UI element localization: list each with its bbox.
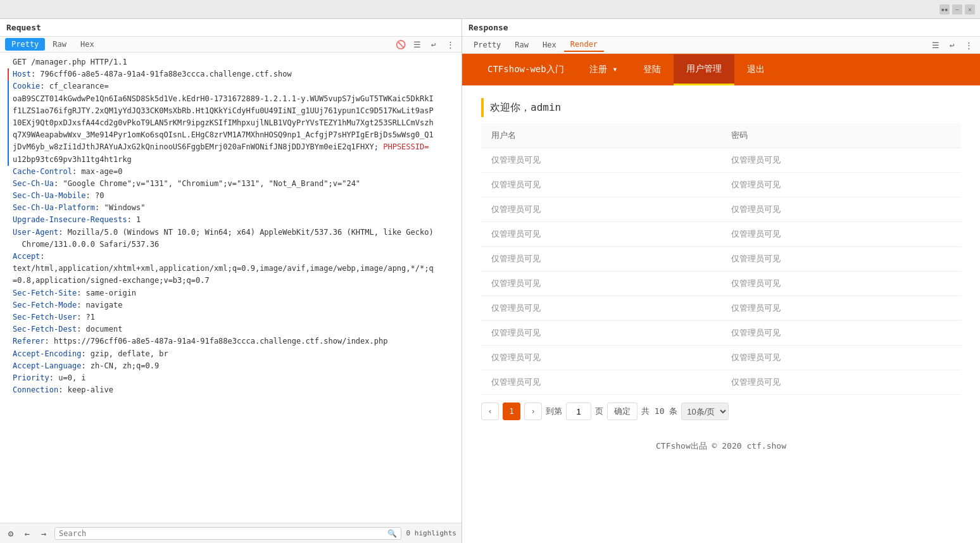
next-page-btn[interactable]: ›	[524, 403, 542, 420]
line-gutter	[5, 372, 9, 384]
cell-username: 仅管理员可见	[481, 296, 721, 321]
line-gutter	[5, 56, 9, 68]
window-close-btn[interactable]: ✕	[965, 4, 975, 15]
current-page-btn[interactable]: 1	[503, 403, 520, 420]
page-number-input[interactable]	[566, 403, 591, 420]
line-gutter	[5, 227, 9, 239]
request-tab-hex[interactable]: Hex	[74, 38, 101, 51]
table-row: 仅管理员可见仅管理员可见	[481, 296, 961, 321]
search-icon: 🔍	[387, 529, 397, 538]
line-gutter	[5, 68, 9, 80]
request-line: Accept-Language: zh-CN, zh;q=0.9	[0, 360, 462, 372]
nav-item-register[interactable]: 注册 ▾	[577, 55, 631, 84]
line-gutter	[5, 251, 9, 263]
request-line: Sec-Fetch-Mode: navigate	[0, 299, 462, 311]
eye-slash-icon[interactable]: 🚫	[394, 38, 407, 51]
window-tile-btn[interactable]: ▪▪	[939, 4, 950, 15]
cell-password: 仅管理员可见	[721, 222, 961, 247]
line-gutter	[5, 105, 9, 117]
line-text: Upgrade-Insecure-Requests: 1	[13, 214, 141, 226]
highlights-label: 0 highlights	[406, 529, 456, 537]
line-text: =0.8,application/signed-exchange;v=b3;q=…	[13, 275, 210, 287]
line-gutter	[5, 117, 9, 129]
response-tab-render[interactable]: Render	[564, 38, 604, 52]
total-count-label: 共 10 条	[641, 406, 677, 417]
response-tab-raw[interactable]: Raw	[508, 39, 535, 51]
list-icon[interactable]: ☰	[411, 38, 424, 51]
resp-list-icon[interactable]: ☰	[929, 39, 942, 51]
cell-password: 仅管理员可见	[721, 148, 961, 173]
table-row: 仅管理员可见仅管理员可见	[481, 222, 961, 247]
line-text: text/html,application/xhtml+xml,applicat…	[13, 263, 434, 275]
forward-icon[interactable]: →	[38, 528, 49, 539]
request-tab-pretty[interactable]: Pretty	[5, 38, 45, 51]
welcome-bar-decoration	[481, 98, 484, 117]
response-panel: Response Pretty Raw Hex Render ☰ ↩ ⋮ CTF…	[462, 19, 980, 543]
request-tab-bar: Pretty Raw Hex 🚫 ☰ ↩ ⋮	[0, 37, 462, 53]
request-line: Sec-Ch-Ua-Platform: "Windows"	[0, 202, 462, 214]
window-min-btn[interactable]: —	[952, 4, 962, 15]
line-text: 10EXj9Qt0pxDJxsfA44cd2g0vPkoT9LAN5rKMr9i…	[13, 117, 434, 129]
line-gutter	[5, 335, 9, 347]
wrap-icon[interactable]: ↩	[427, 38, 440, 51]
settings-icon[interactable]: ⚙	[5, 528, 16, 539]
request-line: f1LZS1ao76ifgRJTY.2xQM1yYdJQ33CK0MsXbRb.…	[0, 105, 462, 117]
top-toolbar: ▪▪ — ✕	[0, 0, 980, 19]
request-line: Sec-Ch-Ua-Mobile: ?0	[0, 190, 462, 202]
cell-password: 仅管理员可见	[721, 247, 961, 272]
prev-page-btn[interactable]: ‹	[481, 403, 499, 420]
cell-username: 仅管理员可见	[481, 272, 721, 296]
request-line: Sec-Fetch-Dest: document	[0, 323, 462, 335]
request-line: =0.8,application/signed-exchange;v=b3;q=…	[0, 275, 462, 287]
response-tab-bar: Pretty Raw Hex Render ☰ ↩ ⋮	[462, 37, 980, 54]
line-gutter	[5, 214, 9, 226]
resp-more-icon[interactable]: ⋮	[962, 39, 975, 51]
line-text: Cookie: cf_clearance=	[13, 80, 109, 92]
line-text: Priority: u=0, i	[13, 372, 86, 384]
response-tab-pretty[interactable]: Pretty	[467, 39, 507, 51]
user-table: 用户名 密码 仅管理员可见仅管理员可见仅管理员可见仅管理员可见仅管理员可见仅管理…	[481, 123, 961, 395]
cell-password: 仅管理员可见	[721, 197, 961, 222]
table-row: 仅管理员可见仅管理员可见	[481, 247, 961, 272]
line-gutter	[5, 190, 9, 202]
response-tab-hex[interactable]: Hex	[536, 39, 563, 51]
request-line: Accept:	[0, 251, 462, 263]
cell-username: 仅管理员可见	[481, 148, 721, 173]
request-tab-raw[interactable]: Raw	[46, 38, 73, 51]
line-text: Sec-Ch-Ua: "Google Chrome";v="131", "Chr…	[13, 178, 360, 190]
line-text: GET /manager.php HTTP/1.1	[13, 56, 127, 68]
response-panel-title: Response	[462, 19, 980, 37]
line-text: Sec-Fetch-User: ?1	[13, 311, 95, 323]
request-panel: Request Pretty Raw Hex 🚫 ☰ ↩ ⋮ GET /mana…	[0, 19, 462, 543]
search-input[interactable]	[59, 529, 387, 538]
line-text: q7X9WAeapabwWxv_3Me914Pyr1omKo6sqOIsnL.E…	[13, 129, 434, 141]
nav-item-usermgmt[interactable]: 用户管理	[674, 54, 734, 85]
cell-password: 仅管理员可见	[721, 370, 961, 395]
request-line: Host: 796cff06-a8e5-487a-91a4-91fa88e3cc…	[0, 68, 462, 80]
line-text: Chrome/131.0.0.0 Safari/537.36	[13, 239, 159, 251]
nav-item-logout[interactable]: 退出	[734, 55, 777, 84]
table-row: 仅管理员可见仅管理员可见	[481, 346, 961, 370]
cell-username: 仅管理员可见	[481, 197, 721, 222]
request-line: 10EXj9Qt0pxDJxsfA44cd2g0vPkoT9LAN5rKMr9i…	[0, 117, 462, 129]
request-line: Referer: https://796cff06-a8e5-487a-91a4…	[0, 335, 462, 347]
line-gutter	[5, 141, 9, 153]
col-password: 密码	[721, 123, 961, 148]
line-gutter	[5, 323, 9, 335]
request-panel-title: Request	[0, 19, 462, 37]
line-gutter	[5, 299, 9, 311]
resp-wrap-icon[interactable]: ↩	[946, 39, 958, 51]
table-row: 仅管理员可见仅管理员可见	[481, 148, 961, 173]
per-page-select[interactable]: 10条/页 20条/页 50条/页	[681, 403, 729, 420]
render-container: CTFshow-web入门 注册 ▾ 登陆 用户管理 退出 欢迎你，admin	[462, 54, 980, 543]
nav-item-login[interactable]: 登陆	[631, 55, 674, 84]
request-line: Cache-Control: max-age=0	[0, 166, 462, 178]
page-confirm-btn[interactable]: 确定	[607, 403, 638, 420]
table-header: 用户名 密码	[481, 123, 961, 148]
more-icon[interactable]: ⋮	[444, 38, 456, 51]
back-icon[interactable]: ←	[22, 528, 33, 539]
line-text: oaB9SCZT014kGwdwPe1Qn6Ia6NSD8Sk5d1Ve.kEd…	[13, 93, 434, 105]
nav-item-intro[interactable]: CTFshow-web入门	[475, 55, 577, 84]
line-gutter	[5, 154, 9, 166]
line-gutter	[5, 202, 9, 214]
